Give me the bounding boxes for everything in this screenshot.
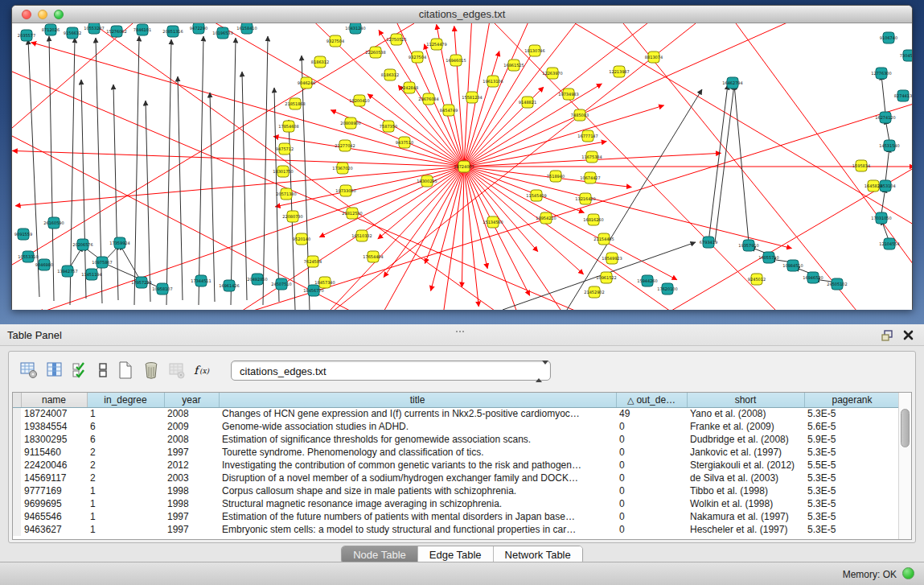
network-node[interactable]: 17654404 bbox=[363, 251, 383, 262]
network-node[interactable]: 12750525 bbox=[386, 34, 406, 45]
network-node[interactable]: 16510332 bbox=[351, 230, 372, 241]
row-height-icon[interactable] bbox=[92, 360, 113, 381]
table-cell[interactable]: 2008 bbox=[164, 407, 219, 420]
network-node[interactable]: 9245012 bbox=[748, 274, 766, 285]
network-node[interactable]: 6793419 bbox=[700, 237, 717, 248]
table-cell[interactable]: 1 bbox=[87, 407, 164, 420]
network-node[interactable]: 9475712 bbox=[276, 143, 294, 154]
table-cell[interactable]: 2012 bbox=[164, 459, 219, 472]
network-node[interactable]: 11451194 bbox=[81, 269, 101, 280]
network-node[interactable]: 10958107 bbox=[152, 283, 172, 295]
table-cell[interactable]: 0 bbox=[616, 497, 687, 510]
table-cell[interactable]: 9465546 bbox=[21, 510, 87, 523]
table-cell[interactable]: 0 bbox=[616, 484, 687, 497]
table-cell[interactable]: 1997 bbox=[164, 523, 219, 536]
network-node[interactable]: 16946570 bbox=[803, 272, 823, 283]
table-cell[interactable]: Estimation of the future numbers of pati… bbox=[219, 510, 616, 523]
tab-node-table[interactable]: Node Table bbox=[342, 546, 418, 563]
table-cell[interactable]: 5.3E-5 bbox=[804, 407, 900, 420]
network-node[interactable]: 20206576 bbox=[72, 239, 92, 250]
table-cell[interactable]: 6 bbox=[87, 433, 164, 446]
network-node[interactable]: 17367020 bbox=[332, 163, 352, 174]
table-cell[interactable]: Stergiakouli et al. (2012) bbox=[687, 459, 804, 472]
network-node[interactable]: 20492850 bbox=[247, 274, 267, 285]
network-node[interactable]: 2035577 bbox=[18, 30, 35, 41]
new-table-icon[interactable] bbox=[115, 360, 136, 381]
table-cell[interactable]: 49 bbox=[616, 407, 687, 420]
network-node[interactable]: 26160590 bbox=[43, 217, 64, 229]
table-cell[interactable]: 5.3E-5 bbox=[804, 446, 900, 459]
table-cell[interactable]: 9115460 bbox=[21, 446, 87, 459]
table-cell[interactable]: Genome-wide association studies in ADHD. bbox=[219, 420, 616, 433]
table-cell[interactable]: 5.3E-5 bbox=[804, 497, 900, 510]
table-row[interactable]: 1456911722003Disruption of a novel membe… bbox=[13, 472, 900, 484]
table-row[interactable]: 969969511998Structural magnetic resonanc… bbox=[13, 497, 900, 510]
column-header-pagerank[interactable]: pagerank bbox=[804, 393, 900, 407]
network-node[interactable]: 16961426 bbox=[219, 280, 239, 291]
table-cell[interactable]: 0 bbox=[616, 446, 687, 459]
network-node[interactable]: 10553287 bbox=[84, 23, 104, 34]
table-cell[interactable]: 1997 bbox=[164, 446, 219, 459]
table-cell[interactable]: 1998 bbox=[164, 484, 219, 497]
table-row[interactable]: 911546021997Tourette syndrome. Phenomeno… bbox=[13, 446, 900, 459]
table-row[interactable]: 977716911998Corpus callosum shape and si… bbox=[13, 484, 900, 497]
network-node[interactable]: 8186312 bbox=[311, 56, 329, 68]
table-cell[interactable]: 5.5E-5 bbox=[804, 459, 900, 472]
table-selector-dropdown[interactable]: citations_edges.txt bbox=[231, 360, 551, 381]
network-node[interactable]: 15944260 bbox=[637, 275, 657, 286]
table-cell[interactable]: 1 bbox=[87, 484, 164, 497]
node-table-grid[interactable]: namein_degreeyeartitle△out_de…shortpager… bbox=[13, 393, 901, 536]
delete-table-icon[interactable] bbox=[141, 360, 162, 381]
table-row[interactable]: 1830029562008Estimation of significance … bbox=[13, 433, 900, 446]
table-cell[interactable]: 0 bbox=[616, 510, 687, 523]
table-cell[interactable]: de Silva et al. (2003) bbox=[687, 472, 804, 484]
network-node[interactable]: 16055710 bbox=[758, 252, 778, 263]
network-node[interactable]: 8454749 bbox=[440, 105, 458, 116]
column-header-year[interactable]: year bbox=[164, 393, 219, 407]
network-node[interactable]: 10961522 bbox=[596, 272, 616, 283]
network-node[interactable]: 17344511 bbox=[191, 275, 211, 286]
table-cell[interactable]: Tibbo et al. (1998) bbox=[687, 484, 804, 497]
table-cell[interactable]: 1 bbox=[87, 497, 164, 510]
table-cell[interactable]: 1997 bbox=[164, 510, 219, 523]
network-node[interactable]: 7304520 bbox=[900, 50, 912, 61]
network-node[interactable]: 7587350 bbox=[380, 121, 397, 132]
network-node[interactable]: 18200410 bbox=[349, 95, 369, 106]
network-node[interactable]: 17359924 bbox=[109, 237, 129, 249]
table-cell[interactable]: 2009 bbox=[164, 420, 219, 433]
network-node[interactable]: 16816260 bbox=[583, 214, 603, 225]
network-node[interactable]: 19733080 bbox=[335, 185, 355, 196]
citation-network-graph[interactable]: 2035577871202691566321055328715276062784… bbox=[12, 23, 912, 310]
network-node[interactable]: 12104554 bbox=[879, 238, 899, 249]
tab-edge-table[interactable]: Edge Table bbox=[418, 546, 494, 563]
network-node[interactable]: 14531540 bbox=[879, 140, 899, 151]
network-node[interactable]: 10431240 bbox=[345, 23, 365, 34]
column-header-out_de[interactable]: △out_de… bbox=[616, 393, 687, 407]
network-node[interactable]: 16274120 bbox=[875, 112, 895, 123]
network-node[interactable]: 18130746 bbox=[524, 45, 544, 56]
table-cell[interactable]: 9777169 bbox=[21, 484, 87, 497]
network-node[interactable]: 20808900 bbox=[340, 117, 360, 129]
network-node[interactable]: 8186312 bbox=[381, 69, 399, 80]
table-cell[interactable]: Embryonic stem cells: a model to study s… bbox=[219, 523, 616, 536]
network-node[interactable]: 16158410 bbox=[236, 23, 257, 34]
network-node[interactable]: 11675384 bbox=[581, 151, 602, 163]
network-node[interactable]: 20851316 bbox=[162, 26, 183, 37]
column-chooser-icon[interactable] bbox=[44, 360, 65, 381]
network-node[interactable]: 17620100 bbox=[657, 283, 677, 295]
network-node[interactable]: 8274413 bbox=[894, 90, 912, 101]
select-rows-icon[interactable] bbox=[70, 360, 91, 381]
network-node[interactable]: 7485083 bbox=[571, 109, 589, 121]
network-node[interactable]: 9148821 bbox=[519, 97, 536, 108]
table-row[interactable]: 946554611997Estimation of the future num… bbox=[13, 510, 900, 523]
network-node[interactable]: 17031050 bbox=[871, 212, 891, 224]
table-cell[interactable]: Nakamura et al. (1997) bbox=[687, 510, 804, 523]
network-node[interactable]: 9156632 bbox=[64, 27, 81, 39]
table-cell[interactable]: Wolkin et al. (1998) bbox=[687, 497, 804, 510]
network-node[interactable]: 12776300 bbox=[871, 68, 891, 79]
table-cell[interactable]: 18724007 bbox=[21, 407, 87, 420]
table-cell[interactable]: 0 bbox=[616, 523, 687, 536]
network-node[interactable]: 7624504 bbox=[304, 256, 322, 267]
table-cell[interactable]: 22420046 bbox=[21, 459, 87, 472]
table-cell[interactable]: 1998 bbox=[164, 497, 219, 510]
